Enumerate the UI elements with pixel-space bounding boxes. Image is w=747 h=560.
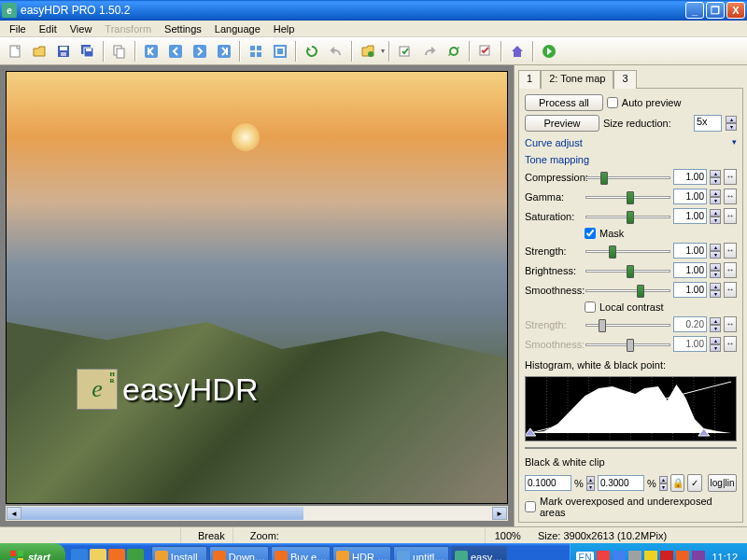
tray-icon-4[interactable]: [644, 551, 657, 560]
tab-3[interactable]: 3: [613, 70, 636, 89]
explorer-icon[interactable]: [90, 549, 106, 560]
task-hdr[interactable]: HDR …: [332, 546, 391, 560]
gamma-slider[interactable]: [585, 189, 670, 204]
menu-settings[interactable]: Settings: [159, 22, 207, 35]
ie-icon[interactable]: [71, 549, 88, 560]
maximize-button[interactable]: ❐: [706, 2, 725, 19]
apply-button[interactable]: [394, 40, 416, 63]
tab-tone-map[interactable]: 2: Tone map: [541, 70, 613, 89]
reset-icon[interactable]: ↔: [724, 169, 737, 185]
scroll-thumb[interactable]: [21, 507, 303, 520]
start-button[interactable]: start: [0, 543, 65, 560]
task-buy[interactable]: Buy e…: [271, 546, 331, 560]
first-button[interactable]: [140, 40, 162, 63]
new-button[interactable]: [4, 40, 26, 63]
clock[interactable]: 11:12: [708, 552, 741, 560]
close-button[interactable]: X: [726, 2, 745, 19]
undo-button[interactable]: [325, 40, 347, 63]
task-untitled[interactable]: untitl…: [393, 546, 449, 560]
task-easyhdr[interactable]: easy…: [451, 546, 507, 560]
save-button[interactable]: [52, 40, 75, 63]
svg-rect-6: [86, 49, 92, 51]
smoothness2-input: [673, 336, 707, 352]
auto-preview-checkbox[interactable]: Auto preview: [607, 97, 682, 108]
strength-input[interactable]: [673, 243, 707, 259]
last-button[interactable]: [213, 40, 235, 63]
menu-help[interactable]: Help: [268, 22, 301, 35]
white-clip-input[interactable]: [598, 475, 644, 491]
smoothness-input[interactable]: [673, 282, 707, 298]
histogram[interactable]: [525, 376, 737, 441]
quick-launch: [65, 549, 149, 560]
menu-file[interactable]: File: [4, 22, 32, 35]
curve-adjust-section[interactable]: Curve adjust: [525, 137, 583, 148]
loglin-toggle[interactable]: log|lin: [708, 474, 737, 492]
size-reduction-select[interactable]: 5x: [694, 115, 722, 132]
tray-icon-6[interactable]: [676, 551, 689, 560]
preview-check-button[interactable]: [474, 40, 497, 63]
histogram-label: Histogram, white & black point:: [525, 359, 737, 371]
apply-clip-button[interactable]: ✓: [687, 474, 702, 492]
revert-button[interactable]: [418, 40, 441, 63]
smoothness-slider[interactable]: [585, 283, 670, 298]
svg-rect-20: [400, 47, 409, 56]
menu-bar: File Edit View Transform Settings Langua…: [0, 21, 747, 37]
task-install[interactable]: Install: [151, 546, 207, 560]
mark-clipped-checkbox[interactable]: Mark overexposed and underexposed areas: [525, 496, 737, 518]
compression-input[interactable]: [673, 169, 707, 185]
copy-button[interactable]: [108, 40, 131, 63]
svg-rect-11: [193, 45, 206, 58]
next-button[interactable]: [189, 40, 211, 63]
gamma-input[interactable]: [673, 189, 707, 204]
refresh-button[interactable]: [301, 40, 323, 63]
folder-gear-button[interactable]: [357, 40, 379, 63]
minimize-button[interactable]: _: [685, 2, 704, 19]
language-indicator[interactable]: EN: [576, 552, 595, 561]
saturation-input[interactable]: [673, 208, 707, 224]
prev-button[interactable]: [164, 40, 187, 63]
lock-button[interactable]: 🔒: [670, 474, 685, 492]
preview-button[interactable]: Preview: [525, 115, 599, 132]
tray-icon-7[interactable]: [692, 551, 705, 560]
brightness-slider[interactable]: [585, 263, 670, 278]
tray-icon-2[interactable]: [613, 551, 626, 560]
firefox-icon[interactable]: [108, 549, 125, 560]
toolbar: ▾: [0, 37, 747, 65]
home-button[interactable]: [506, 40, 529, 63]
zoom-value: 100%: [495, 530, 521, 541]
gradient-bar[interactable]: [525, 447, 737, 449]
image-canvas[interactable]: e easyHDR: [6, 71, 508, 504]
menu-view[interactable]: View: [64, 22, 98, 35]
task-down[interactable]: Down…: [209, 546, 269, 560]
menu-language[interactable]: Language: [209, 22, 266, 35]
expand-icon[interactable]: ▾: [732, 137, 737, 148]
horizontal-scrollbar[interactable]: ◄ ►: [6, 506, 508, 521]
local-contrast-checkbox[interactable]: Local contrast: [585, 301, 737, 313]
strength-label: Strength:: [525, 245, 583, 257]
svg-rect-0: [10, 46, 20, 57]
brightness-input[interactable]: [673, 262, 707, 278]
strength2-slider: [585, 317, 670, 332]
black-clip-input[interactable]: [525, 475, 571, 491]
svg-rect-8: [117, 49, 124, 58]
logo-text: easyHDR: [122, 371, 258, 408]
saturation-slider[interactable]: [585, 209, 670, 224]
tray-icon-3[interactable]: [628, 551, 641, 560]
scroll-left-button[interactable]: ◄: [7, 507, 21, 520]
go-button[interactable]: [538, 40, 560, 63]
strength-slider[interactable]: [585, 244, 670, 259]
tray-icon-1[interactable]: [597, 551, 610, 560]
open-button[interactable]: [28, 40, 50, 63]
cycle-button[interactable]: [443, 40, 465, 63]
compression-slider[interactable]: [585, 170, 670, 185]
tab-1[interactable]: 1: [518, 70, 541, 89]
save-multi-button[interactable]: [77, 40, 99, 63]
mask-checkbox[interactable]: Mask: [585, 228, 737, 239]
process-all-button[interactable]: Process all: [525, 94, 603, 111]
single-view-button[interactable]: [269, 40, 291, 63]
tray-icon-5[interactable]: [660, 551, 673, 560]
app-icon[interactable]: [127, 549, 144, 560]
menu-edit[interactable]: Edit: [34, 22, 63, 35]
grid-view-button[interactable]: [245, 40, 267, 63]
scroll-right-button[interactable]: ►: [492, 507, 507, 520]
